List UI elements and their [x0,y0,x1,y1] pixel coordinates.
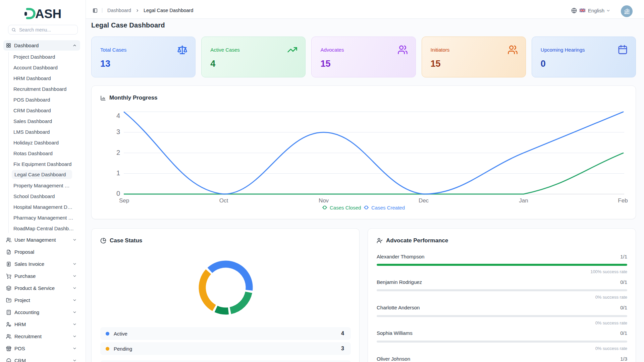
svg-text:Dec: Dec [419,197,429,204]
svg-text:Cases Created: Cases Created [371,205,405,210]
svg-text:Sep: Sep [119,197,129,204]
svg-text:Feb: Feb [618,197,628,204]
svg-text:Jan: Jan [519,197,528,204]
svg-text:Nov: Nov [319,197,329,204]
svg-text:Oct: Oct [219,197,228,204]
svg-text:0: 0 [116,190,120,197]
svg-text:3: 3 [116,128,120,135]
svg-text:2: 2 [116,149,120,156]
svg-text:1: 1 [116,169,120,177]
svg-text:Cases Closed: Cases Closed [330,205,361,210]
svg-text:4: 4 [116,112,120,119]
svg-text:ASH: ASH [35,7,61,20]
